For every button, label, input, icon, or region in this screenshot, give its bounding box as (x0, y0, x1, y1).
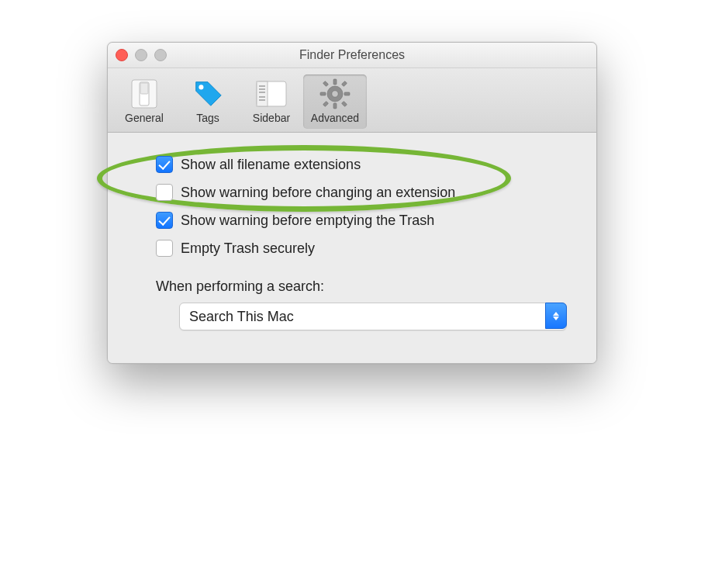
window-title: Finder Preferences (108, 43, 596, 67)
checkbox-icon[interactable] (156, 240, 173, 257)
svg-point-3 (199, 85, 203, 89)
search-scope-select[interactable]: Search This Mac (179, 303, 567, 330)
checkbox-icon[interactable] (156, 184, 173, 201)
option-show-extensions[interactable]: Show all filename extensions (156, 156, 575, 173)
svg-rect-19 (323, 101, 328, 106)
tab-label: Tags (176, 112, 240, 124)
option-label: Show warning before changing an extensio… (181, 185, 455, 201)
svg-rect-2 (140, 83, 148, 94)
tab-label: General (112, 112, 176, 124)
content-pane: Show all filename extensions Show warnin… (108, 133, 596, 363)
option-warn-change-extension[interactable]: Show warning before changing an extensio… (156, 184, 575, 201)
option-label: Show all filename extensions (181, 157, 361, 173)
tab-tags[interactable]: Tags (176, 74, 240, 129)
switch-icon (128, 78, 161, 110)
option-warn-empty-trash[interactable]: Show warning before emptying the Trash (156, 212, 575, 229)
titlebar[interactable]: Finder Preferences (108, 43, 596, 68)
highlight-annotation (97, 145, 511, 212)
svg-rect-14 (333, 103, 337, 109)
checkbox-icon[interactable] (156, 212, 173, 229)
tab-label: Sidebar (240, 112, 303, 124)
select-value: Search This Mac (189, 309, 294, 325)
svg-rect-5 (257, 81, 268, 106)
tab-general[interactable]: General (112, 74, 176, 129)
svg-rect-15 (320, 92, 326, 95)
option-label: Empty Trash securely (181, 240, 315, 257)
svg-rect-20 (341, 101, 347, 106)
checkbox-icon[interactable] (156, 156, 173, 173)
tab-label: Advanced (303, 112, 367, 124)
search-section-label: When performing a search: (156, 278, 575, 295)
svg-rect-18 (341, 81, 347, 86)
tab-sidebar[interactable]: Sidebar (240, 74, 303, 129)
preferences-window: Finder Preferences General (107, 42, 597, 364)
chevron-updown-icon[interactable] (545, 303, 567, 329)
option-label: Show warning before emptying the Trash (181, 213, 434, 229)
toolbar: General Tags (108, 68, 596, 133)
tag-icon (192, 78, 224, 110)
svg-rect-13 (333, 79, 337, 85)
svg-rect-17 (323, 81, 328, 86)
gear-icon (319, 78, 351, 110)
sidebar-icon (255, 78, 288, 110)
option-empty-trash-securely[interactable]: Empty Trash securely (156, 240, 575, 257)
svg-point-12 (332, 91, 338, 97)
svg-rect-16 (344, 92, 350, 95)
tab-advanced[interactable]: Advanced (303, 74, 367, 129)
